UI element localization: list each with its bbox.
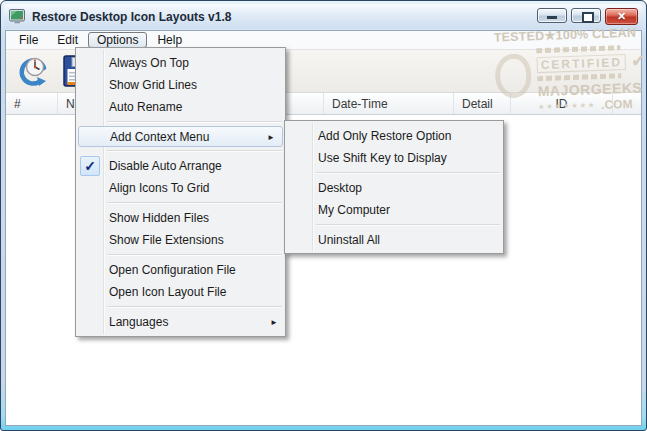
window-title: Restore Desktop Icon Layouts v1.8 [32, 10, 231, 24]
restore-layout-button[interactable] [15, 54, 49, 88]
menu-edit[interactable]: Edit [48, 32, 87, 48]
column-header-id[interactable]: ID [511, 93, 613, 114]
menu-file[interactable]: File [10, 32, 47, 48]
app-icon [9, 9, 26, 24]
submenu-item-use-shift-key-to-display[interactable]: Use Shift Key to Display [285, 147, 503, 169]
submenu-item-add-only-restore-option[interactable]: Add Only Restore Option [285, 125, 503, 147]
menu-item-open-icon-layout-file[interactable]: Open Icon Layout File [76, 281, 285, 303]
column-header-number[interactable]: # [6, 93, 58, 114]
menu-item-show-grid-lines[interactable]: Show Grid Lines [76, 74, 285, 96]
menu-item-disable-auto-arrange[interactable]: ✓ Disable Auto Arrange [76, 155, 285, 177]
menu-item-languages[interactable]: Languages ► [76, 311, 285, 333]
menu-separator [285, 221, 503, 229]
menu-options[interactable]: Options [88, 32, 147, 48]
maximize-button[interactable] [571, 8, 601, 23]
close-icon: ✕ [617, 10, 626, 22]
restore-clock-icon [15, 54, 49, 88]
menu-item-align-icons-to-grid[interactable]: Align Icons To Grid [76, 177, 285, 199]
menu-separator [76, 199, 285, 207]
add-context-menu-submenu: Add Only Restore Option Use Shift Key to… [284, 120, 504, 254]
submenu-arrow-icon: ► [270, 318, 278, 327]
checked-icon: ✓ [80, 156, 100, 176]
menu-item-add-context-menu[interactable]: Add Context Menu ► [78, 126, 283, 147]
menu-item-open-configuration-file[interactable]: Open Configuration File [76, 259, 285, 281]
column-header-date-time[interactable]: Date-Time [324, 93, 454, 114]
window-controls: ✕ [537, 8, 638, 25]
close-button[interactable]: ✕ [605, 8, 638, 25]
app-window: Restore Desktop Icon Layouts v1.8 ✕ File… [0, 0, 647, 431]
menu-separator [76, 147, 285, 155]
menu-help[interactable]: Help [148, 32, 191, 48]
options-dropdown-menu: Always On Top Show Grid Lines Auto Renam… [75, 47, 286, 337]
menu-item-show-file-extensions[interactable]: Show File Extensions [76, 229, 285, 251]
minimize-button[interactable] [537, 8, 567, 23]
submenu-item-my-computer[interactable]: My Computer [285, 199, 503, 221]
column-header-detail[interactable]: Detail [454, 93, 511, 114]
menu-separator [76, 118, 285, 126]
submenu-item-uninstall-all[interactable]: Uninstall All [285, 229, 503, 251]
menu-item-always-on-top[interactable]: Always On Top [76, 52, 285, 74]
menu-separator [76, 303, 285, 311]
titlebar: Restore Desktop Icon Layouts v1.8 ✕ [4, 4, 643, 29]
column-header-empty [613, 93, 641, 114]
menu-separator [285, 169, 503, 177]
menu-item-show-hidden-files[interactable]: Show Hidden Files [76, 207, 285, 229]
menu-separator [76, 251, 285, 259]
submenu-item-desktop[interactable]: Desktop [285, 177, 503, 199]
menu-item-auto-rename[interactable]: Auto Rename [76, 96, 285, 118]
submenu-arrow-icon: ► [267, 132, 275, 141]
